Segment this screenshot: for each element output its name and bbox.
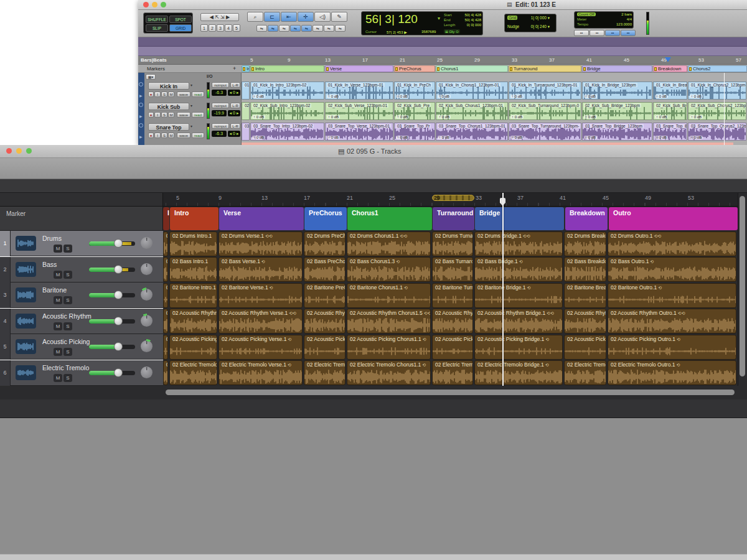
track-volume-slider[interactable] xyxy=(89,371,135,375)
region[interactable]: 02 Electric Tremolo xyxy=(564,360,606,385)
region[interactable]: 02 Baritone Verse.1 ⟲ xyxy=(218,283,303,308)
region[interactable]: 02 Drums Outro.1 ⟲⟲ xyxy=(608,231,736,256)
mute-button[interactable]: M xyxy=(54,348,62,356)
pt-wave-view-button[interactable]: wave xyxy=(177,91,190,97)
pt-marker-int[interactable]: Int xyxy=(242,65,250,72)
pt-track-m-button[interactable]: M xyxy=(168,91,174,97)
mute-button[interactable]: M xyxy=(54,245,62,253)
pt-region[interactable]: 03_Snare_Top_Turnaround_123bpm-↑ 0 dB xyxy=(509,123,581,141)
pt-region-gain-badge[interactable]: ↑ 0 dB xyxy=(396,136,409,139)
pt-nudge-value[interactable]: 0| 0| 240 ▾ xyxy=(526,24,550,29)
zoom-preset-4[interactable]: 4 xyxy=(225,24,232,32)
pt-region[interactable]: 01_ xyxy=(242,82,250,100)
pt-region-gain-badge[interactable]: ↑ 0 dB xyxy=(252,95,265,98)
marker-chorus1[interactable]: Chorus1 xyxy=(347,207,432,230)
region[interactable]: 02 xyxy=(163,309,168,334)
pt-track-s-button[interactable]: S xyxy=(161,112,167,118)
track-header-1[interactable]: 1DrumsMS xyxy=(0,231,163,256)
region[interactable]: 02 xyxy=(163,231,168,256)
pt-wave-view-button[interactable]: wave xyxy=(177,112,190,118)
zoom-preset-1[interactable]: 1 xyxy=(200,24,208,32)
region[interactable]: 02 Electric Tremolo Bridge.1 ⟲ xyxy=(474,360,563,385)
close-icon[interactable] xyxy=(6,148,12,154)
pt-region-gain-badge[interactable]: ↑ 0 dB xyxy=(655,115,668,119)
pt-region-gain-badge[interactable]: ↑ 0 dB xyxy=(584,115,597,119)
pt-region[interactable]: 01_Kick_In_Verse_123bpm-01↑ 0 dB xyxy=(325,82,393,100)
pt-region-gain-badge[interactable]: ↑ 0 dB xyxy=(327,95,340,98)
pt-region[interactable]: 03_Snare_Top_Chorus2_123b↑ 0 dB xyxy=(688,123,746,141)
pt-list-view-selector[interactable]: ▦▾ xyxy=(146,74,156,80)
pt-track-scroll-icon[interactable] xyxy=(139,103,143,107)
marker-track-header[interactable]: Marker xyxy=(0,207,163,231)
pt-region-gain-badge[interactable]: ↑ 0 dB xyxy=(396,95,409,98)
pt-region-gain-badge[interactable]: ↑ 0 dB xyxy=(510,115,524,119)
edit-function-button-7[interactable]: ⇆ xyxy=(324,25,334,32)
marker-bridge[interactable]: Bridge xyxy=(475,207,564,230)
track-header-2[interactable]: 2BassMS xyxy=(0,257,163,282)
marker-prechorus[interactable]: PreChorus xyxy=(304,207,347,230)
pt-volume-display-0[interactable]: -6.3 xyxy=(212,90,227,96)
pt-marker-chorus1[interactable]: Chorus1 xyxy=(436,65,508,72)
region[interactable]: 02 Bass Outro.1 ⟲ xyxy=(608,257,736,282)
track-pan-knob[interactable] xyxy=(141,263,153,275)
pt-region-gain-badge[interactable]: ↑ 0 dB xyxy=(438,115,451,119)
solo-button[interactable]: S xyxy=(63,296,72,304)
pt-region[interactable]: 02_Kick_Sub_Chorus1_123bpm-01↑ 0 dB xyxy=(436,102,508,120)
pt-region-gain-badge[interactable]: ↑ 0 dB xyxy=(252,115,265,119)
pt-region-gain-badge[interactable]: ↑ 0 dB xyxy=(327,136,340,139)
pt-output-button-0[interactable]: L-R xyxy=(230,82,240,88)
minimize-icon[interactable] xyxy=(152,2,157,7)
region[interactable]: 02 Acoustic Rhythm Bridge.1 ⟲⟲ xyxy=(474,309,563,334)
minimize-icon[interactable] xyxy=(16,148,22,154)
pt-automation-read-button[interactable]: read xyxy=(192,112,204,118)
region[interactable]: 02 Drums Breakdow xyxy=(564,231,606,256)
edit-function-button-6[interactable]: ⇆ xyxy=(312,25,323,32)
pt-marker-bridge[interactable]: Bridge xyxy=(582,65,652,72)
pt-region[interactable]: 02_ xyxy=(242,102,250,120)
zoom-preset-2[interactable]: 2 xyxy=(209,24,216,32)
pt-track-arrow-icon[interactable]: ▶ xyxy=(139,134,143,139)
region[interactable]: 02 Acoustic Rhythm Chorus1.5 ⟲⟲ xyxy=(347,309,431,334)
pt-region[interactable]: 02_Kick_Sub_Pre↑ 0 dB xyxy=(394,102,435,120)
pt-region[interactable]: 02_Kick_Sub_Bridge_123bpm↑ 0 dB xyxy=(582,102,652,120)
edit-mode-slip[interactable]: SLIP xyxy=(146,24,168,32)
pt-region[interactable]: 03_Snare_Top_Intro_123bpm-02↑ 0 dB xyxy=(250,123,324,141)
pt-automation-read-button[interactable]: read xyxy=(192,91,204,97)
trim-tool-icon[interactable]: ⊏ xyxy=(264,12,280,22)
zoom-preset-5[interactable]: 5 xyxy=(233,24,240,32)
region[interactable]: 02 Acoustic Picking Verse.1 ⟲ xyxy=(218,335,303,360)
track-volume-slider[interactable] xyxy=(89,319,135,324)
zoom-window-icon[interactable] xyxy=(161,2,166,7)
pt-track-arrow-icon[interactable]: ▶ xyxy=(139,93,143,98)
region[interactable]: 02 Drums Verse.1 ⟲⟲ xyxy=(218,231,303,256)
region[interactable]: 02 Acoustic Rhythm xyxy=(432,309,473,334)
region[interactable]: 02 Drums PreChoru xyxy=(304,231,345,256)
region[interactable]: 02 Acoustic Rhythm Verse.1 ⟲⟲ xyxy=(218,309,303,334)
pt-track-menu-icon[interactable]: ▾ xyxy=(190,83,192,87)
edit-function-button-5[interactable]: ⇆ xyxy=(301,25,312,32)
pt-marker-verse[interactable]: Verse xyxy=(325,65,393,72)
pt-region-gain-badge[interactable]: ↑ 0 dB xyxy=(655,95,668,98)
mute-button[interactable]: M xyxy=(54,296,62,304)
pt-region[interactable]: 01_Kick_In_PreCh↑ 0 dB xyxy=(394,82,435,100)
track-volume-slider[interactable] xyxy=(89,345,135,349)
pt-nudge-label[interactable]: Nudge xyxy=(507,24,519,29)
track-pan-knob[interactable] xyxy=(141,340,153,352)
region[interactable]: 02 Acoustic Rhythm xyxy=(169,309,217,334)
pt-track-i-button[interactable]: I xyxy=(154,133,161,138)
pt-track-s-button[interactable]: S xyxy=(161,91,167,97)
mute-button[interactable]: M xyxy=(54,374,62,382)
pt-record-enable-icon[interactable]: ● xyxy=(148,91,154,97)
region[interactable]: 02 Electric Tremolo Outro.1 ⟲ xyxy=(608,360,736,385)
edit-mode-shuffle[interactable]: SHUFFLE xyxy=(146,16,168,23)
region[interactable]: 02 Electric Tremolo Verse.1 ⟲ xyxy=(218,360,303,385)
solo-button[interactable]: S xyxy=(63,322,72,330)
pt-track-i-button[interactable]: I xyxy=(154,91,161,97)
pt-session-2-label[interactable]: Tempo xyxy=(577,22,588,26)
edit-function-button-3[interactable]: ⇆ xyxy=(279,25,289,32)
pt-region-gain-badge[interactable]: ↑ 0 dB xyxy=(510,95,524,98)
region[interactable]: 02 Acoustic Picking Chorus1.1 ⟲ xyxy=(347,335,431,360)
region[interactable]: 02 Baritone Outro.1 ⟲ xyxy=(608,283,736,308)
region[interactable]: 02 Acoustic Picking xyxy=(304,335,345,360)
pt-pan-display-0[interactable]: ◂ 0 ▸ xyxy=(228,90,240,96)
